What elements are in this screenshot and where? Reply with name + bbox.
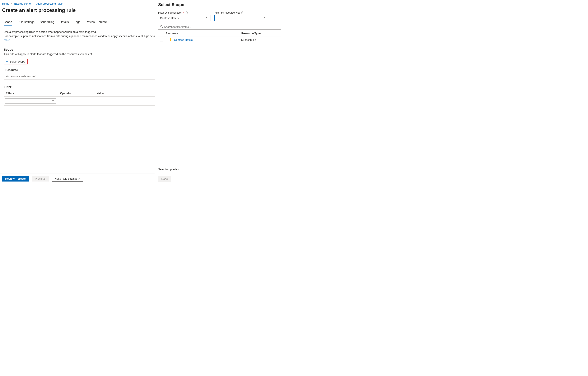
info-icon[interactable]: i [185, 11, 188, 14]
chevron-right-icon: › [32, 2, 36, 5]
svg-point-0 [160, 25, 162, 27]
tab-scheduling[interactable]: Scheduling [40, 20, 54, 25]
filter-type-dropdown[interactable] [5, 98, 56, 104]
chevron-down-icon [206, 17, 209, 20]
search-icon [160, 25, 163, 28]
tab-details[interactable]: Details [60, 20, 69, 25]
intro-line2: For example, suppress notifications from… [4, 34, 158, 38]
svg-line-1 [162, 27, 163, 28]
key-icon [169, 38, 172, 41]
scope-row-checkbox[interactable] [160, 38, 163, 41]
subscription-dropdown[interactable]: Contoso Hotels [158, 15, 210, 21]
filter-col-operator: Operator [60, 92, 97, 95]
chevron-down-icon [262, 17, 265, 20]
panel-col-resource: Resource [165, 32, 239, 35]
breadcrumb-home[interactable]: Home [2, 2, 10, 5]
subscription-value: Contoso Hotels [160, 17, 179, 20]
tab-scope[interactable]: Scope [4, 20, 12, 25]
scope-empty-message: No resource selected yet [5, 75, 35, 78]
panel-col-type: Resource Type [239, 32, 281, 35]
tab-review-create[interactable]: Review + create [86, 20, 107, 25]
tab-tags[interactable]: Tags [74, 20, 80, 25]
required-indicator: * [183, 11, 184, 14]
resource-type-dropdown[interactable] [215, 15, 267, 21]
chevron-right-icon: › [63, 2, 67, 5]
breadcrumb-backup-center[interactable]: Backup center [14, 2, 32, 5]
chevron-down-icon [52, 99, 54, 102]
scope-search-input[interactable] [164, 25, 279, 28]
chevron-right-icon: › [10, 2, 13, 5]
scope-search[interactable] [158, 24, 281, 30]
panel-title: Select Scope [155, 0, 284, 9]
select-scope-label: Select scope [10, 60, 25, 63]
filter-subscription-label: Filter by subscription [158, 11, 182, 14]
review-create-button[interactable]: Review + create [2, 176, 29, 182]
breadcrumb-alert-processing-rules[interactable]: Alert processing rules [36, 2, 63, 5]
scope-resource-link[interactable]: Contoso Hotels [174, 38, 193, 41]
previous-button: Previous [32, 176, 49, 182]
info-icon[interactable]: i [241, 11, 244, 14]
select-scope-button[interactable]: + Select scope [4, 59, 28, 64]
plus-icon: + [6, 60, 8, 63]
scope-resource-type: Subscription [239, 38, 281, 41]
filter-resource-type-label: Filter by resource type [215, 11, 241, 14]
next-button[interactable]: Next: Rule settings > [52, 176, 83, 182]
learn-more-link[interactable]: more [4, 38, 10, 42]
select-scope-panel: Select Scope Filter by subscription * i … [155, 0, 284, 184]
tab-rule-settings[interactable]: Rule settings [18, 20, 34, 25]
scope-col-resource: Resource [5, 68, 175, 72]
filter-col-filters: Filters [6, 92, 60, 95]
selection-preview-label: Selection preview [155, 168, 284, 174]
scope-row[interactable]: Contoso Hotels Subscription [158, 37, 281, 43]
done-button: Done [158, 176, 171, 182]
